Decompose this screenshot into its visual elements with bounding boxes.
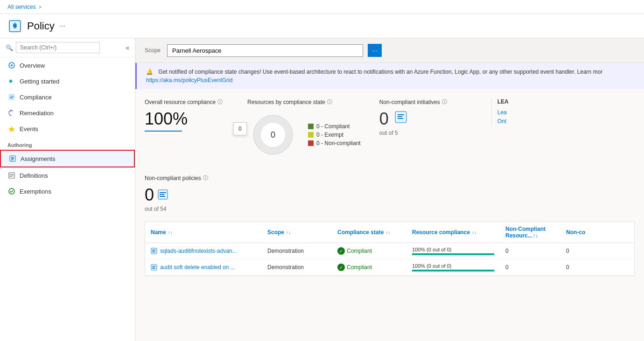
row2-compliant-dot: ✓ — [337, 264, 345, 271]
legend-compliant-label: 0 - Compliant — [316, 123, 350, 130]
svg-rect-20 — [398, 116, 402, 117]
resources-by-state-title: Resources by compliance state ⓘ — [247, 98, 361, 105]
notification-banner: 🔔 Get notified of compliance state chang… — [135, 63, 644, 89]
legend-non-compliant: 0 - Non-compliant — [308, 140, 361, 146]
sidebar-item-assignments-label: Assignments — [21, 155, 55, 162]
sidebar-item-overview-label: Overview — [20, 62, 45, 69]
compliance-icon — [7, 93, 16, 101]
legend-exempt-color — [308, 132, 314, 138]
sidebar-item-exemptions[interactable]: Exemptions — [0, 183, 135, 199]
svg-rect-31 — [152, 266, 156, 266]
policies-info-icon[interactable]: ⓘ — [203, 174, 208, 181]
page-title: Policy — [27, 20, 55, 32]
column-name[interactable]: Name ↑↓ — [145, 222, 262, 243]
non-compliant-initiatives-title: Non-compliant initiatives ⓘ — [379, 98, 473, 105]
svg-rect-19 — [398, 114, 404, 115]
column-resource-compliance-label: Resource compliance — [412, 229, 470, 236]
exemptions-icon — [7, 187, 16, 195]
row1-name-link[interactable]: sqlads-auditifnotexists-advan... — [160, 248, 237, 254]
sidebar-item-getting-started-label: Getting started — [20, 78, 59, 85]
scope-bar: Scope ··· — [135, 38, 644, 63]
legend-noncompliant-color — [308, 140, 314, 146]
overall-compliance-title: Overall resource compliance ⓘ — [145, 98, 229, 105]
events-icon — [7, 125, 16, 133]
row1-progress-fill — [412, 253, 494, 255]
sort-name-icon: ↑↓ — [168, 230, 173, 235]
resources-by-state-info-icon[interactable]: ⓘ — [327, 98, 332, 105]
all-services-link[interactable]: All services — [7, 4, 36, 10]
svg-marker-6 — [8, 126, 15, 132]
column-non-compliant-resources[interactable]: Non-Compliant Resourc...↑↓ — [500, 222, 560, 243]
svg-rect-9 — [11, 159, 14, 160]
row1-progress-bar — [412, 253, 494, 255]
authoring-section-label: Authoring — [0, 137, 135, 150]
svg-point-2 — [14, 24, 16, 27]
scope-label: Scope — [145, 47, 161, 54]
row1-compliance-state: ✓ Compliant — [332, 243, 406, 259]
sidebar-item-exemptions-label: Exemptions — [20, 188, 51, 195]
overall-compliance-block: Overall resource compliance ⓘ 100% — [145, 98, 229, 132]
learnmore-line2: Ont — [497, 118, 519, 125]
sidebar-item-remediation[interactable]: Remediation — [0, 105, 135, 121]
chart-legend: 0 - Compliant 0 - Exempt 0 - Non-complia… — [308, 123, 361, 146]
column-scope-label: Scope — [267, 229, 284, 236]
row2-compliance-label: Compliant — [347, 264, 372, 271]
stats-row: Overall resource compliance ⓘ 100% Resou… — [145, 98, 635, 160]
initiatives-value-row: 0 — [379, 109, 473, 129]
svg-point-4 — [11, 64, 13, 66]
header-more-button[interactable]: ··· — [59, 22, 65, 30]
assignments-table: Name ↑↓ Scope ↑↓ Compliance state ↑↓ Res… — [145, 222, 635, 276]
row2-progress: 100% (0 out of 0) — [412, 263, 494, 271]
sort-compliance-icon: ↑↓ — [385, 230, 390, 235]
sidebar-item-definitions-label: Definitions — [20, 172, 48, 179]
sidebar: 🔍 « Overview Getting started Compliance — [0, 38, 135, 341]
column-compliance-state-label: Compliance state — [337, 229, 384, 236]
sidebar-item-getting-started[interactable]: Getting started — [0, 73, 135, 89]
overview-icon — [7, 61, 16, 70]
sidebar-collapse-button[interactable]: « — [126, 44, 129, 51]
svg-rect-25 — [160, 196, 165, 197]
row2-compliant-badge: ✓ Compliant — [337, 264, 372, 271]
svg-rect-12 — [10, 174, 14, 174]
non-compliant-policies-block: Non-compliant policies ⓘ 0 out of 54 — [145, 174, 635, 212]
definitions-icon — [7, 171, 16, 180]
sidebar-item-compliance[interactable]: Compliance — [0, 89, 135, 105]
table-row: sqlads-auditifnotexists-advan... Demonst… — [145, 243, 634, 259]
column-compliance-state[interactable]: Compliance state ↑↓ — [332, 222, 406, 243]
legend-exempt-label: 0 - Exempt — [316, 132, 343, 138]
banner-link[interactable]: https://aka.ms/policyPlusEventGrid — [146, 77, 232, 84]
overall-compliance-info-icon[interactable]: ⓘ — [217, 98, 223, 105]
svg-rect-32 — [152, 267, 155, 267]
column-scope[interactable]: Scope ↑↓ — [262, 222, 332, 243]
svg-rect-14 — [10, 176, 12, 177]
sidebar-item-definitions[interactable]: Definitions — [0, 167, 135, 183]
legend-compliant: 0 - Compliant — [308, 123, 361, 130]
row2-compliance-state: ✓ Compliant — [332, 259, 406, 275]
non-compliant-initiatives-block: Non-compliant initiatives ⓘ 0 — [379, 98, 473, 136]
row1-name: sqlads-auditifnotexists-advan... — [145, 243, 262, 259]
table-header: Name ↑↓ Scope ↑↓ Compliance state ↑↓ Res… — [145, 222, 634, 243]
page-header: Policy ··· — [0, 14, 644, 38]
learnmore-link1[interactable]: Lea — [497, 109, 507, 116]
column-non-co[interactable]: Non-co — [560, 222, 607, 243]
row2-non-compliant: 0 — [500, 259, 560, 275]
row2-non-co: 0 — [560, 259, 607, 275]
search-input[interactable] — [16, 42, 100, 53]
svg-rect-29 — [152, 252, 155, 252]
row2-name-link[interactable]: audit soft delete enabled on ... — [160, 264, 235, 271]
policies-sub: out of 54 — [145, 206, 635, 212]
policies-value: 0 — [145, 185, 154, 205]
banner-icon: 🔔 — [146, 69, 153, 75]
scope-button[interactable]: ··· — [368, 44, 382, 57]
legend-exempt: 0 - Exempt — [308, 132, 361, 138]
column-resource-compliance[interactable]: Resource compliance ↑↓ — [406, 222, 500, 243]
initiatives-info-icon[interactable]: ⓘ — [442, 98, 447, 105]
scope-input[interactable] — [167, 44, 363, 57]
overall-compliance-underline — [145, 131, 182, 132]
sidebar-item-overview[interactable]: Overview — [0, 57, 135, 73]
assignments-icon — [8, 154, 17, 163]
sidebar-item-events[interactable]: Events — [0, 121, 135, 137]
sidebar-item-events-label: Events — [20, 125, 38, 132]
sidebar-item-assignments[interactable]: Assignments — [0, 150, 135, 167]
learnmore-link2[interactable]: Ont — [497, 118, 506, 125]
